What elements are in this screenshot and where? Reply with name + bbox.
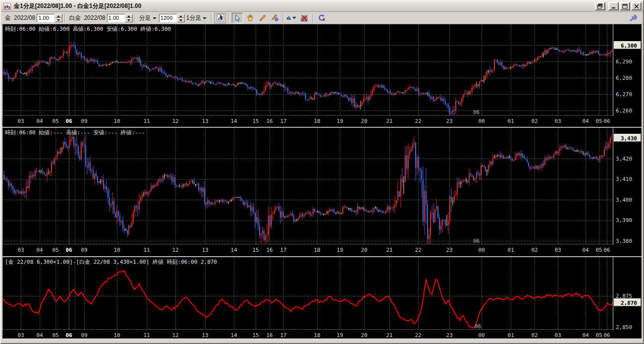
hour-label: 14 xyxy=(230,118,237,124)
gold-label: 金 xyxy=(5,14,11,22)
gold-price-axis: 6,2906,2806,2706,2606,300 xyxy=(613,24,642,127)
window-title: 金1分足[2022/08]1.00 - 白金1分足[2022/08]1.00 xyxy=(14,2,594,10)
chart-area: 時刻:06:00 始値:6,300 高値:6,300 安値:6,300 終値:6… xyxy=(2,24,642,339)
hour-label: 23 xyxy=(446,332,452,339)
hour-label: 16 xyxy=(266,247,272,253)
toolbar-separator xyxy=(313,13,314,23)
interval-dropdown[interactable]: 分足 xyxy=(139,14,158,22)
hour-label: 18 xyxy=(314,118,320,124)
spread-info-bar: [金 22/08 6,300×1.00]-[白金 22/08 3,430×1.0… xyxy=(5,258,217,266)
bar-count-stepper[interactable] xyxy=(177,14,185,22)
hour-label: 03 xyxy=(17,118,24,124)
gold-time-axis: 0304050609101112131415161718192021222300… xyxy=(2,116,615,127)
bar-count-down[interactable] xyxy=(177,18,185,22)
maximize-button[interactable] xyxy=(620,2,630,10)
bar-count-input[interactable] xyxy=(159,14,177,22)
hour-label: 06 xyxy=(65,118,72,124)
platinum-plot-canvas[interactable] xyxy=(2,128,615,245)
gold-multiplier-up[interactable] xyxy=(55,14,62,18)
gold-axis-label: 6,270 xyxy=(616,91,632,98)
chevron-down-icon xyxy=(153,17,157,19)
gold-plot-canvas[interactable] xyxy=(2,24,615,116)
hour-label: 04 xyxy=(582,247,589,253)
settings-wrench-button[interactable] xyxy=(627,13,639,23)
platinum-time-axis: 0304050609101112131415161718192021222300… xyxy=(2,245,615,256)
hour-label: 10 xyxy=(113,332,120,339)
platinum-multiplier-stepper[interactable] xyxy=(125,14,133,22)
spread-last-price-box: 2,870 xyxy=(614,298,641,306)
title-bar[interactable]: 金1分足[2022/08]1.00 - 白金1分足[2022/08]1.00 xyxy=(1,1,643,12)
pan-hand-button[interactable] xyxy=(244,13,256,23)
pencil-tracker-icon xyxy=(270,14,279,22)
platinum-info-bar: 時刻:06:00 始値:--- 高値:--- 安値:--- 終値:--- xyxy=(5,129,145,136)
hour-label: 14 xyxy=(230,247,237,253)
hour-label: 23 xyxy=(446,118,452,124)
platinum-multiplier-up[interactable] xyxy=(125,14,133,18)
gold-multiplier-input[interactable] xyxy=(37,14,54,22)
platinum-session-date-marker: 06 xyxy=(473,238,480,244)
chart-cursor-button[interactable] xyxy=(215,13,226,23)
toolbar-separator xyxy=(135,13,136,23)
hour-label: 11 xyxy=(143,118,150,124)
hour-label: 05 xyxy=(52,247,58,253)
pencil-button[interactable] xyxy=(257,13,268,23)
hour-label: 20 xyxy=(361,118,367,124)
reload-chart-button[interactable]: B xyxy=(316,13,327,23)
hour-label: 23 xyxy=(446,247,452,253)
timeframe-dropdown[interactable]: 1分足 xyxy=(186,14,208,22)
hour-label: 19 xyxy=(336,332,343,339)
hour-label: 05 xyxy=(52,118,58,124)
select-arrow-button[interactable] xyxy=(232,13,243,23)
minimize-button[interactable] xyxy=(608,2,619,10)
hour-label: 11 xyxy=(143,247,150,253)
hour-label: 12 xyxy=(172,247,178,253)
platinum-month-label: 2022/08 xyxy=(84,14,105,21)
hour-label: 03 xyxy=(554,332,561,339)
platinum-axis-label: 3,390 xyxy=(616,217,632,224)
hour-label: 17 xyxy=(280,332,286,339)
svg-text:B: B xyxy=(323,18,325,22)
hour-label: 04 xyxy=(582,118,589,124)
spread-plot-canvas[interactable] xyxy=(2,257,615,330)
hour-label: 00 xyxy=(478,332,484,339)
hour-label: 06 xyxy=(603,332,610,339)
chevron-down-icon xyxy=(292,17,296,19)
delete-chart-button[interactable] xyxy=(299,13,310,23)
hour-label: 03 xyxy=(554,118,561,124)
bar-count-up[interactable] xyxy=(177,14,185,18)
spread-price-axis: 2,8752,8502,870 xyxy=(613,257,642,341)
hour-label: 13 xyxy=(202,118,208,124)
pan-hand-icon xyxy=(246,14,254,22)
gold-multiplier-down[interactable] xyxy=(55,18,62,22)
hour-label: 16 xyxy=(266,118,272,124)
platinum-multiplier-down[interactable] xyxy=(125,18,133,22)
gold-pane: 時刻:06:00 始値:6,300 高値:6,300 安値:6,300 終値:6… xyxy=(2,24,642,127)
hour-label: 02 xyxy=(531,118,537,124)
hour-label: 06 xyxy=(65,332,72,339)
hour-label: 05 xyxy=(595,118,602,124)
gold-multiplier-stepper[interactable] xyxy=(55,14,62,22)
chart-type-dropdown-button[interactable] xyxy=(286,13,298,23)
close-button[interactable] xyxy=(631,2,642,10)
hour-label: 14 xyxy=(230,332,237,339)
platinum-axis-label: 3,400 xyxy=(616,197,632,203)
toolbar-separator xyxy=(211,13,212,23)
hour-label: 10 xyxy=(113,118,120,124)
hour-label: 03 xyxy=(17,332,24,339)
hour-label: 02 xyxy=(531,332,537,339)
hour-label: 09 xyxy=(81,118,87,124)
hour-label: 04 xyxy=(36,118,43,124)
pencil-tracker-button[interactable] xyxy=(269,13,280,23)
gold-axis-label: 6,260 xyxy=(616,108,632,114)
hour-label: 19 xyxy=(336,247,343,253)
platinum-axis-label: 3,420 xyxy=(616,156,632,162)
toolbar-separator xyxy=(283,13,284,23)
hour-label: 04 xyxy=(36,332,43,339)
toolbar-separator xyxy=(228,13,229,23)
hour-label: 22 xyxy=(415,247,421,253)
gold-axis-label: 6,290 xyxy=(616,58,632,65)
restore-windows-button[interactable] xyxy=(595,2,605,10)
platinum-multiplier-input[interactable] xyxy=(107,14,125,22)
hour-label: 15 xyxy=(252,332,259,339)
platinum-axis-label: 3,410 xyxy=(616,176,632,182)
